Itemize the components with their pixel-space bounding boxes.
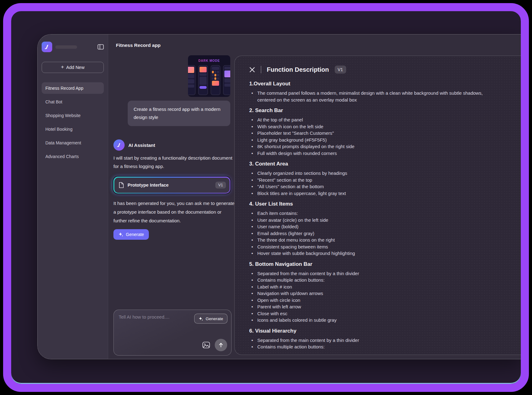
section-heading: 2. Search Bar <box>249 107 498 114</box>
sidebar-toggle-button[interactable] <box>98 44 104 50</box>
assistant-header: AI Assistant <box>113 139 155 151</box>
section-bullet: 8K shortcut prompts displayed on the rig… <box>249 143 498 150</box>
app-logo <box>42 42 52 52</box>
sidebar-item-advanced-charts[interactable]: Advanced Charts <box>42 151 104 162</box>
section-bullet: "All Users" section at the bottom <box>249 183 498 190</box>
user-message-bubble: Create a fitness record app with a moder… <box>128 101 230 126</box>
attach-image-button[interactable] <box>202 342 210 348</box>
function-description-panel: Function Description V1 1.Overall Layout… <box>234 56 522 355</box>
panel-version-badge: V1 <box>335 66 346 74</box>
artifact-title: Prototype Interface <box>128 183 212 188</box>
chat-input-box: Generate <box>113 310 232 356</box>
section-bullet: Contains multiple action buttons: <box>249 343 498 350</box>
section-bullet: Block titles are in uppercase, light gra… <box>249 190 498 197</box>
section-bullet: Contains multiple action buttons: <box>249 277 498 284</box>
section-heading: 3. Content Area <box>249 161 498 167</box>
chat-input[interactable] <box>119 314 187 342</box>
sidebar-item-chat-bot[interactable]: Chat Bot <box>42 96 104 107</box>
section-bullet: User avatar (circle) on the left side <box>249 217 498 224</box>
thumbnail-phone <box>188 65 195 95</box>
section-bullet: The three dot menu icons on the right <box>249 237 498 243</box>
page-title: Fitness Record app <box>116 43 161 48</box>
artifact-version-badge: V1 <box>215 182 226 188</box>
plus-icon: + <box>61 64 64 70</box>
section-bullet: Placeholder text "Search Customers" <box>249 130 498 137</box>
add-new-label: Add New <box>66 65 85 70</box>
generate-label: Generate <box>126 232 144 237</box>
generate-button[interactable]: Generate <box>113 229 149 240</box>
section-bullet: "Recent" section at the top <box>249 177 498 184</box>
section-bullet: Email address (lighter gray) <box>249 230 498 237</box>
sidebar: + Add New Fitness Record AppChat BotShop… <box>38 34 108 359</box>
section-bullet: Separated from the main content by a thi… <box>249 337 498 344</box>
section-bullet: With search icon on the left side <box>249 123 498 130</box>
image-icon <box>202 342 210 348</box>
section-bullet: Light gray background (#F5F5F5) <box>249 137 498 143</box>
sidebar-nav: Fitness Record AppChat BotShopping Websi… <box>42 82 104 162</box>
thumbnail-phone <box>223 65 231 95</box>
sidebar-item-hotel-booking[interactable]: Hotel Booking <box>42 123 104 135</box>
panel-toggle-icon <box>98 44 104 50</box>
section-bullet: Full width design with rounded corners <box>249 150 498 157</box>
workspace-name-skeleton <box>55 45 77 49</box>
assistant-avatar <box>113 139 125 151</box>
section-bullet: Separated from the main content by a thi… <box>249 270 498 277</box>
section-bullet: At the top of the panel <box>249 116 498 123</box>
send-button[interactable] <box>215 339 227 351</box>
header-divider <box>261 66 261 73</box>
prototype-interface-card[interactable]: Prototype Interface V1 <box>113 177 230 193</box>
section-heading: 4. User List Items <box>249 201 498 207</box>
arrow-up-icon <box>218 342 224 348</box>
assistant-followup-text: It has been generated for you, you can a… <box>113 199 235 225</box>
section-bullet: User name (bolded) <box>249 223 498 230</box>
input-generate-button[interactable]: Generate <box>194 314 227 324</box>
close-panel-button[interactable] <box>249 67 255 73</box>
input-generate-label: Generate <box>206 316 223 321</box>
sidebar-item-data-management[interactable]: Data Management <box>42 137 104 148</box>
thumbnail-title: DARK MODE <box>188 59 230 62</box>
section-bullet: Hover state with subtle background highl… <box>249 250 498 257</box>
close-icon <box>249 67 255 73</box>
logo-slash-icon <box>116 142 122 148</box>
thumbnail-phone <box>198 65 208 95</box>
section-bullet: Navigation with up/down arrows <box>249 290 498 297</box>
screenshot-canvas: + Add New Fitness Record AppChat BotShop… <box>0 0 532 395</box>
sparkle-icon <box>199 316 203 321</box>
sidebar-item-fitness-record-app[interactable]: Fitness Record App <box>42 82 104 94</box>
section-bullet: Clearly organized into sections by headi… <box>249 170 498 177</box>
section-bullet: Parent with left arrow <box>249 303 498 310</box>
panel-sections: 1.Overall LayoutThe command panel follow… <box>249 81 498 350</box>
assistant-intro-text: I will start by creating a functionality… <box>113 154 234 170</box>
main-area: Fitness Record app DARK MODE <box>108 34 522 359</box>
design-thumbnail[interactable]: DARK MODE <box>188 55 230 97</box>
section-bullet: Label with # icon <box>249 284 498 290</box>
section-bullet: Open with circle icon <box>249 297 498 304</box>
section-bullet: Consistent spacing between items <box>249 243 498 250</box>
panel-header: Function Description V1 <box>249 63 504 76</box>
logo-slash-icon <box>44 44 50 50</box>
thumbnail-phone <box>211 65 220 95</box>
sidebar-item-shopping-website[interactable]: Shopping Website <box>42 110 104 121</box>
section-bullet: Close with esc <box>249 310 498 317</box>
thumbnail-phones <box>188 65 230 95</box>
app-window: + Add New Fitness Record AppChat BotShop… <box>37 34 522 359</box>
assistant-name: AI Assistant <box>128 143 155 148</box>
section-heading: 5. Bottom Navigation Bar <box>249 261 498 267</box>
sparkle-icon <box>118 232 123 237</box>
add-new-button[interactable]: + Add New <box>42 62 104 73</box>
section-bullet: The command panel follows a modern, mini… <box>249 90 498 103</box>
panel-title: Function Description <box>267 66 329 73</box>
document-icon <box>119 182 124 188</box>
section-heading: 6. Visual Hierarchy <box>249 328 498 334</box>
section-heading: 1.Overall Layout <box>249 81 498 87</box>
section-bullet: Each item contains: <box>249 210 498 217</box>
section-bullet: Icons and labels colored in subtle gray <box>249 317 498 324</box>
